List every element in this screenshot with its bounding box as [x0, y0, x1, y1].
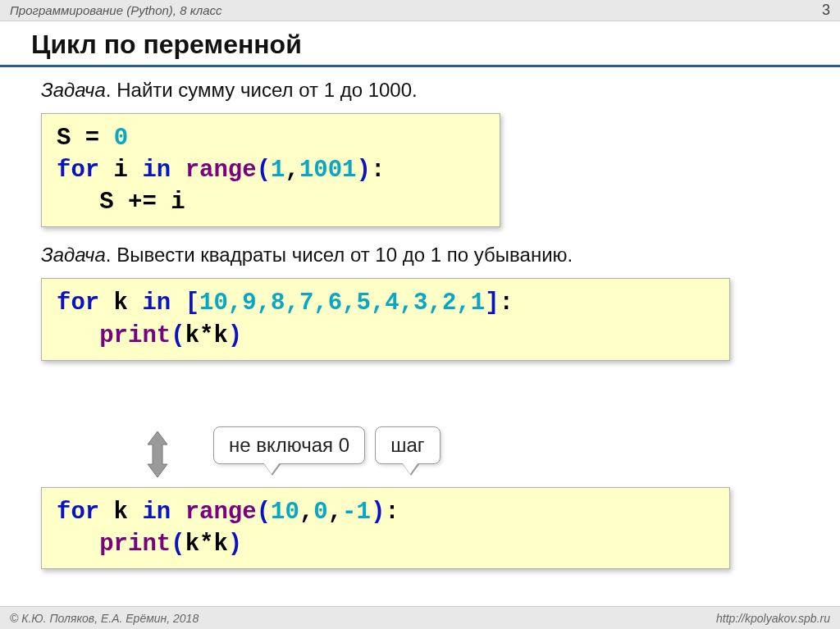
code2-k: k: [99, 289, 142, 317]
code2-for: for: [57, 289, 99, 317]
footer-bar: © К.Ю. Поляков, Е.А. Ерёмин, 2018 http:/…: [0, 606, 840, 629]
page-title: Цикл по переменной: [0, 21, 840, 67]
header-bar: Программирование (Python), 8 класс 3: [0, 0, 840, 21]
code2-paren-close: ): [228, 322, 242, 349]
code1-i: i: [99, 157, 142, 184]
svg-marker-0: [148, 431, 167, 477]
code2-paren-open: (: [171, 322, 185, 349]
code1-body: S += i: [57, 189, 185, 216]
code3-indent: [57, 531, 99, 558]
task2-body: . Вывести квадраты чисел от 10 до 1 по у…: [106, 244, 573, 266]
code3-paren-close: ): [371, 499, 385, 526]
code3-range: range: [185, 499, 257, 526]
footer-url: http://kpolyakov.spb.ru: [716, 612, 830, 625]
code1-range: range: [185, 157, 257, 184]
code3-paren-open: (: [257, 499, 271, 526]
code-block-3: for k in range(10,0,-1): print(k*k): [41, 487, 730, 569]
code3-sp: [171, 499, 185, 526]
code2-sp: [171, 289, 185, 317]
code3-c2: ,: [328, 499, 342, 526]
copyright-text: © К.Ю. Поляков, Е.А. Ерёмин, 2018: [10, 612, 199, 625]
task1-text: Задача. Найти сумму чисел от 1 до 1000.: [0, 74, 840, 110]
code3-print: print: [99, 531, 171, 558]
code1-colon: :: [371, 157, 385, 184]
task2-label: Задача: [41, 244, 106, 266]
task1-label: Задача: [41, 79, 106, 101]
callout2-text: шаг: [390, 434, 424, 456]
code1-paren-open: (: [257, 157, 271, 184]
code1-comma: ,: [285, 157, 299, 184]
code1-n1: 1: [271, 157, 285, 184]
code3-n1: 10: [271, 499, 299, 526]
code1-assign: S =: [57, 125, 114, 152]
callout1-text: не включая 0: [229, 434, 349, 456]
callout-exclude-zero: не включая 0: [213, 426, 365, 464]
code1-paren-close: ): [357, 157, 371, 184]
code3-n3: -1: [342, 499, 371, 526]
code3-in: in: [142, 499, 171, 526]
code-block-1: S = 0 for i in range(1,1001): S += i: [41, 113, 500, 227]
code3-colon: :: [385, 499, 399, 526]
code3-paren-close2: ): [228, 531, 242, 558]
code3-arg: k*k: [185, 531, 228, 558]
code1-sp: [171, 157, 185, 184]
code2-indent: [57, 322, 99, 349]
code3-paren-open2: (: [171, 531, 185, 558]
course-label: Программирование (Python), 8 класс: [10, 3, 222, 17]
task1-body: . Найти сумму чисел от 1 до 1000.: [106, 79, 418, 101]
code1-for: for: [57, 157, 99, 184]
code1-n2: 1001: [299, 157, 357, 184]
callout-group: не включая 0 шаг: [213, 426, 441, 464]
code2-in: in: [142, 289, 171, 317]
code3-for: for: [57, 499, 99, 526]
code2-arg: k*k: [185, 322, 228, 349]
code2-print: print: [99, 322, 171, 349]
code2-colon: :: [500, 289, 514, 317]
code3-c1: ,: [299, 499, 313, 526]
task2-text: Задача. Вывести квадраты чисел от 10 до …: [0, 239, 840, 275]
code2-nums: 10,9,8,7,6,5,4,3,2,1: [199, 289, 485, 317]
code2-bracket-open: [: [185, 289, 199, 317]
code3-k: k: [99, 499, 142, 526]
code1-zero: 0: [114, 125, 128, 152]
code3-n2: 0: [313, 499, 327, 526]
callout-step: шаг: [375, 426, 440, 464]
code1-in: in: [142, 157, 171, 184]
code2-bracket-close: ]: [485, 289, 499, 317]
code-block-2: for k in [10,9,8,7,6,5,4,3,2,1]: print(k…: [41, 278, 730, 360]
page-number: 3: [822, 2, 830, 19]
bidirectional-arrow-icon: [141, 431, 174, 481]
